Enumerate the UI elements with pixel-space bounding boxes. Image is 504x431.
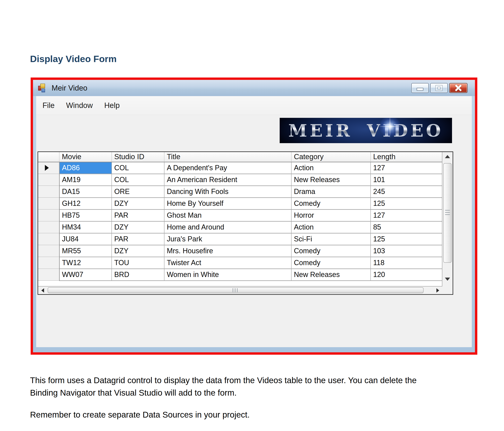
row-header-cell[interactable] bbox=[38, 221, 59, 233]
grid-cell[interactable]: 127 bbox=[371, 162, 442, 174]
grid-cell[interactable]: Comedy bbox=[291, 257, 371, 269]
grid-cell[interactable]: Home By Yourself bbox=[164, 198, 291, 209]
grid-cell[interactable]: Action bbox=[291, 162, 371, 174]
table-row: AM19COLAn American ResidentNew Releases1… bbox=[38, 174, 442, 186]
grid-cell[interactable]: Action bbox=[291, 221, 371, 233]
grid-cell[interactable]: Horror bbox=[291, 209, 371, 221]
grid-cell[interactable]: Mrs. Housefire bbox=[164, 245, 291, 257]
grid-cell[interactable]: New Releases bbox=[291, 269, 371, 281]
grid-cell[interactable]: Jura's Park bbox=[164, 233, 291, 245]
grid-cell[interactable]: PAR bbox=[112, 233, 164, 245]
body-paragraph-line-1: This form uses a Datagrid control to dis… bbox=[30, 374, 417, 386]
minimize-icon bbox=[417, 88, 423, 91]
grid-cell[interactable]: COL bbox=[112, 174, 164, 186]
table-row: DA15OREDancing With FoolsDrama245 bbox=[38, 186, 442, 198]
menu-item-file[interactable]: File bbox=[38, 101, 59, 110]
close-button[interactable] bbox=[449, 83, 468, 93]
grid-cell[interactable]: 125 bbox=[371, 233, 442, 245]
minimize-button[interactable] bbox=[411, 83, 429, 93]
grid-cell[interactable]: JU84 bbox=[59, 233, 112, 245]
row-header-cell[interactable] bbox=[38, 174, 59, 186]
grid-cell[interactable]: 101 bbox=[371, 174, 442, 186]
grid-cell[interactable]: Sci-Fi bbox=[291, 233, 371, 245]
window-body: File Window Help MEIR VIDEO bbox=[36, 96, 472, 347]
vertical-scroll-thumb[interactable] bbox=[443, 163, 452, 263]
note-paragraph: Remember to create separate Data Sources… bbox=[30, 410, 250, 420]
table-row: MR55DZYMrs. HousefireComedy103 bbox=[38, 245, 442, 257]
column-header-studio-id[interactable]: Studio ID bbox=[112, 152, 164, 162]
arrow-right-icon bbox=[436, 288, 439, 293]
grid-cell[interactable]: Comedy bbox=[291, 198, 371, 209]
scroll-down-button[interactable] bbox=[442, 275, 453, 284]
grid-cell[interactable]: Home and Around bbox=[164, 221, 291, 233]
grid-cell[interactable]: 120 bbox=[371, 269, 442, 281]
row-header-cell[interactable] bbox=[38, 209, 59, 221]
column-header-title[interactable]: Title bbox=[164, 152, 291, 162]
column-header-length[interactable]: Length bbox=[371, 152, 442, 162]
grid-cell[interactable]: 125 bbox=[371, 198, 442, 209]
grid-cell[interactable]: 118 bbox=[371, 257, 442, 269]
horizontal-scroll-thumb[interactable] bbox=[48, 287, 423, 293]
table-row: HB75PARGhost ManHorror127 bbox=[38, 209, 442, 221]
scroll-right-button[interactable] bbox=[433, 286, 442, 294]
grid-cell[interactable]: AD86 bbox=[59, 162, 112, 174]
grid-cell[interactable]: HB75 bbox=[59, 209, 112, 221]
table-row: TW12TOUTwister ActComedy118 bbox=[38, 257, 442, 269]
row-header-cell[interactable] bbox=[38, 245, 59, 257]
grid-cell[interactable]: DZY bbox=[112, 221, 164, 233]
column-header-category[interactable]: Category bbox=[291, 152, 371, 162]
grid-cell[interactable]: A Dependent's Pay bbox=[164, 162, 291, 174]
grid-cell[interactable]: AM19 bbox=[59, 174, 112, 186]
grid-cell[interactable]: WW07 bbox=[59, 269, 112, 281]
window-titlebar: Meir Video bbox=[33, 80, 475, 96]
grid-cell[interactable]: 245 bbox=[371, 186, 442, 198]
grid-cell[interactable]: DZY bbox=[112, 198, 164, 209]
grid-cell[interactable]: New Releases bbox=[291, 174, 371, 186]
grid-cell[interactable]: HM34 bbox=[59, 221, 112, 233]
column-header-movie[interactable]: Movie bbox=[59, 152, 112, 162]
grid-cell[interactable]: 103 bbox=[371, 245, 442, 257]
menu-bar: File Window Help bbox=[36, 96, 472, 115]
grid-cell[interactable]: DA15 bbox=[59, 186, 112, 198]
vertical-scrollbar[interactable] bbox=[442, 152, 453, 294]
grid-cell[interactable]: BRD bbox=[112, 269, 164, 281]
app-screenshot-frame: Meir Video File Window Help bbox=[31, 77, 477, 355]
grid-cell[interactable]: TW12 bbox=[59, 257, 112, 269]
grid-cell[interactable]: Dancing With Fools bbox=[164, 186, 291, 198]
grid-cell[interactable]: TOU bbox=[112, 257, 164, 269]
grid-cell[interactable]: Drama bbox=[291, 186, 371, 198]
row-header-cell[interactable] bbox=[38, 257, 59, 269]
videos-datagrid: Movie Studio ID Title Category Length AD… bbox=[37, 151, 453, 295]
menu-item-window[interactable]: Window bbox=[62, 101, 97, 110]
meir-video-logo: MEIR VIDEO bbox=[280, 118, 452, 143]
scroll-up-button[interactable] bbox=[442, 152, 453, 161]
grid-cell[interactable]: Women in White bbox=[164, 269, 291, 281]
grid-body: AD86COLA Dependent's PayAction127AM19COL… bbox=[38, 162, 442, 281]
menu-item-help[interactable]: Help bbox=[100, 101, 124, 110]
grid-cell[interactable]: An American Resident bbox=[164, 174, 291, 186]
grid-cell[interactable]: GH12 bbox=[59, 198, 112, 209]
grid-cell[interactable]: 85 bbox=[371, 221, 442, 233]
grid-cell[interactable]: Comedy bbox=[291, 245, 371, 257]
horizontal-scrollbar[interactable] bbox=[38, 286, 442, 294]
grid-cell[interactable]: COL bbox=[112, 162, 164, 174]
grid-cell[interactable]: 127 bbox=[371, 209, 442, 221]
row-header-cell[interactable] bbox=[38, 162, 59, 174]
scroll-left-button[interactable] bbox=[38, 286, 47, 294]
maximize-button[interactable] bbox=[430, 83, 448, 93]
row-header-cell[interactable] bbox=[38, 269, 59, 281]
corner-header-cell[interactable] bbox=[38, 152, 59, 162]
grid-cell[interactable]: DZY bbox=[112, 245, 164, 257]
arrow-down-icon bbox=[445, 278, 450, 281]
grid-cell[interactable]: Twister Act bbox=[164, 257, 291, 269]
row-header-cell[interactable] bbox=[38, 233, 59, 245]
row-header-cell[interactable] bbox=[38, 198, 59, 209]
icon-yellow-square bbox=[40, 84, 45, 88]
header-row: Movie Studio ID Title Category Length bbox=[38, 152, 442, 162]
grid-cell[interactable]: Ghost Man bbox=[164, 209, 291, 221]
grid-cell[interactable]: PAR bbox=[112, 209, 164, 221]
grid-cell[interactable]: ORE bbox=[112, 186, 164, 198]
current-row-arrow-icon bbox=[45, 165, 49, 171]
grid-cell[interactable]: MR55 bbox=[59, 245, 112, 257]
row-header-cell[interactable] bbox=[38, 186, 59, 198]
